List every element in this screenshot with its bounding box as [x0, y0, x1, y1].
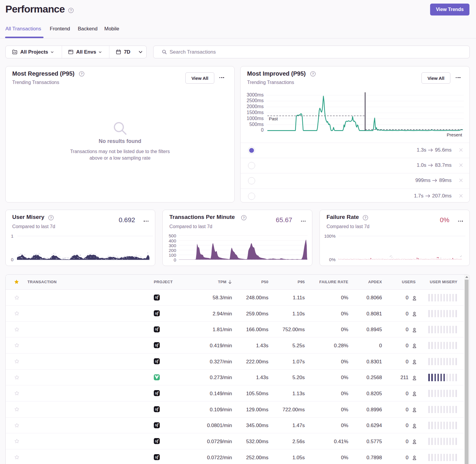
svg-text:?: ? [50, 216, 52, 219]
svg-text:?: ? [243, 216, 245, 219]
svg-text:?: ? [70, 9, 72, 12]
svg-text:?: ? [312, 72, 314, 76]
svg-text:?: ? [365, 216, 367, 219]
svg-text:?: ? [81, 72, 83, 76]
